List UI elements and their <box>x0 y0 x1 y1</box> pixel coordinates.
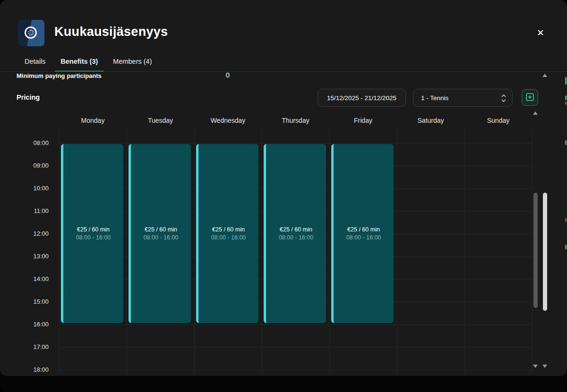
pricing-event-friday[interactable]: €25 / 60 min08:00 - 16:00 <box>331 144 394 323</box>
outer-scrollbar-thumb[interactable] <box>543 193 547 311</box>
time-label-08:00: 08:00 <box>14 139 49 146</box>
day-header-monday: Monday <box>59 117 127 126</box>
event-time-range: 08:00 - 16:00 <box>211 234 246 241</box>
grid-vline <box>127 128 127 373</box>
event-price: €25 / 60 min <box>280 226 312 233</box>
grid-vline <box>262 128 262 373</box>
edge-marker <box>565 102 567 105</box>
edge-marker <box>565 245 567 249</box>
pricing-event-tuesday[interactable]: €25 / 60 min08:00 - 16:00 <box>129 144 191 323</box>
edge-marker <box>565 77 567 85</box>
event-price: €25 / 60 min <box>347 226 380 233</box>
min-participants-value: 0 <box>226 71 230 79</box>
time-label-15:00: 15:00 <box>14 298 49 305</box>
court-select-value: 1 - Tennis <box>421 94 448 102</box>
grid-hline <box>59 143 532 144</box>
time-label-10:00: 10:00 <box>14 185 49 192</box>
inner-scroll-up-arrow[interactable] <box>533 111 538 115</box>
membership-logo <box>18 20 44 46</box>
outer-scroll-down-arrow[interactable] <box>542 365 547 368</box>
tab-benefits[interactable]: Benefits (3) <box>55 56 103 72</box>
page-title: Kuukausijäsenyys <box>54 25 168 39</box>
time-label-18:00: 18:00 <box>14 366 49 373</box>
event-time-range: 08:00 - 16:00 <box>346 234 381 241</box>
time-label-17:00: 17:00 <box>14 343 49 350</box>
event-time-range: 08:00 - 16:00 <box>76 234 111 241</box>
event-price: €25 / 60 min <box>77 226 110 233</box>
day-header-sunday: Sunday <box>464 117 532 126</box>
tab-members[interactable]: Members (4) <box>107 56 157 72</box>
date-range-button[interactable]: 15/12/2025 - 21/12/2025 <box>318 89 406 107</box>
app-window: Kuukausijäsenyys ✕ Details Benefits (3) … <box>0 0 567 392</box>
close-icon[interactable]: ✕ <box>534 26 547 39</box>
inner-scrollbar-thumb[interactable] <box>533 193 538 308</box>
grid-hline <box>59 347 532 348</box>
pricing-event-thursday[interactable]: €25 / 60 min08:00 - 16:00 <box>264 144 326 323</box>
membership-modal: Kuukausijäsenyys ✕ Details Benefits (3) … <box>0 0 567 376</box>
edge-marker <box>565 218 567 222</box>
day-header-friday: Friday <box>329 117 397 126</box>
grid-vline <box>329 128 330 373</box>
grid-hline <box>59 370 532 370</box>
grid-vline <box>397 128 397 373</box>
add-pricing-button[interactable] <box>522 89 538 106</box>
chevron-up-down-icon <box>501 94 507 103</box>
event-price: €25 / 60 min <box>145 226 177 233</box>
inner-scroll-down-arrow[interactable] <box>533 365 538 368</box>
event-time-range: 08:00 - 16:00 <box>144 234 179 241</box>
day-header-tuesday: Tuesday <box>127 117 194 126</box>
tab-details[interactable]: Details <box>19 56 51 72</box>
time-label-12:00: 12:00 <box>14 230 49 237</box>
add-square-icon <box>526 93 534 102</box>
event-price: €25 / 60 min <box>212 226 245 233</box>
day-header-saturday: Saturday <box>397 117 464 126</box>
min-participants-label: Minimum paying participants <box>17 72 102 79</box>
edge-marker <box>565 95 567 100</box>
tabs-divider <box>0 71 567 72</box>
time-label-14:00: 14:00 <box>14 275 49 282</box>
day-header-wednesday: Wednesday <box>194 117 262 126</box>
pricing-heading: Pricing <box>17 94 40 101</box>
edge-marker <box>565 140 567 145</box>
grid-vline <box>532 128 533 373</box>
court-select[interactable]: 1 - Tennis <box>413 89 513 107</box>
time-label-16:00: 16:00 <box>14 321 49 328</box>
outer-scroll-up-arrow[interactable] <box>542 74 547 77</box>
pricing-event-wednesday[interactable]: €25 / 60 min08:00 - 16:00 <box>196 144 258 323</box>
wreath-emblem-icon <box>25 26 37 39</box>
pricing-event-monday[interactable]: €25 / 60 min08:00 - 16:00 <box>61 144 123 323</box>
time-label-11:00: 11:00 <box>14 207 49 214</box>
grid-vline <box>464 128 465 373</box>
grid-vline <box>59 128 60 373</box>
grid-vline <box>194 128 195 373</box>
tab-bar: Details Benefits (3) Members (4) <box>19 56 157 72</box>
event-time-range: 08:00 - 16:00 <box>279 234 314 241</box>
time-label-13:00: 13:00 <box>14 253 49 260</box>
grid-hline <box>59 324 532 325</box>
time-label-09:00: 09:00 <box>14 162 49 169</box>
day-header-thursday: Thursday <box>262 117 329 126</box>
